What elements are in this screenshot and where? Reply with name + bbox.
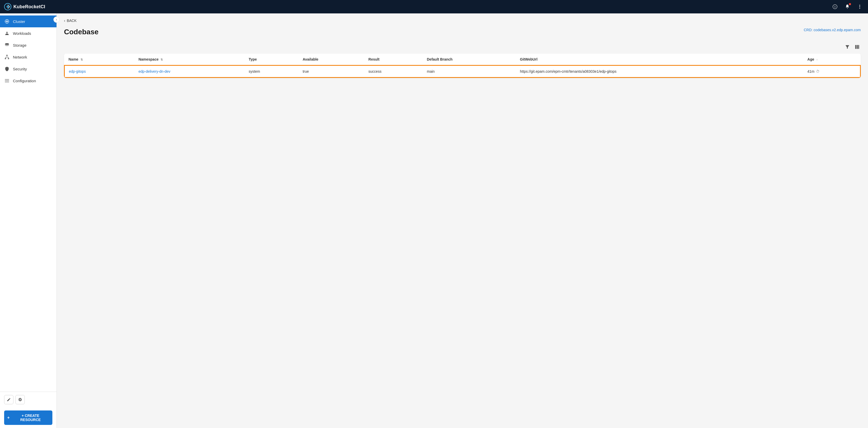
columns-icon bbox=[855, 44, 860, 50]
sidebar-footer bbox=[0, 392, 57, 407]
cell-default-branch: main bbox=[423, 65, 516, 77]
svg-point-10 bbox=[6, 32, 8, 33]
edit-button[interactable] bbox=[4, 395, 13, 404]
configuration-icon bbox=[4, 78, 10, 84]
table-header-row: Name ⇅ Namespace ⇅ Type Availa bbox=[64, 54, 861, 65]
navbar: KubeRocketCI i bbox=[0, 0, 868, 13]
navbar-title: KubeRocketCI bbox=[13, 4, 45, 9]
cell-gitweburl: https://git.epam.com/epm-cmtr/tenants/a0… bbox=[516, 65, 803, 77]
cell-type: system bbox=[245, 65, 299, 77]
svg-point-4 bbox=[859, 6, 860, 7]
col-age: Age ↑ bbox=[803, 54, 860, 65]
content-area: ‹ BACK Codebase CRD: codebases.v2.edp.ep… bbox=[57, 13, 868, 428]
create-resource-label: + CREATE RESOURCE bbox=[11, 414, 49, 422]
table-toolbar bbox=[64, 43, 861, 51]
crd-link[interactable]: CRD: codebases.v2.edp.epam.com bbox=[804, 28, 861, 32]
sort-namespace-icon[interactable]: ⇅ bbox=[160, 58, 163, 61]
page-header: Codebase CRD: codebases.v2.edp.epam.com bbox=[64, 28, 861, 36]
more-vert-icon bbox=[857, 4, 862, 9]
cluster-icon bbox=[4, 19, 10, 24]
table-container: Name ⇅ Namespace ⇅ Type Availa bbox=[64, 54, 861, 78]
col-default-branch: Default Branch bbox=[423, 54, 516, 65]
notifications-button[interactable] bbox=[843, 3, 851, 11]
svg-rect-14 bbox=[8, 58, 9, 59]
security-icon bbox=[4, 66, 10, 72]
svg-rect-13 bbox=[5, 58, 6, 59]
sidebar: ‹ Cluster bbox=[0, 13, 57, 428]
sidebar-item-label-network: Network bbox=[13, 55, 27, 59]
sort-name-icon[interactable]: ⇅ bbox=[81, 58, 83, 61]
sidebar-item-storage[interactable]: Storage bbox=[0, 39, 57, 51]
table-row: edp-gitopsedp-delivery-dn-devsystemtrues… bbox=[64, 65, 861, 77]
sidebar-item-configuration[interactable]: Configuration bbox=[0, 75, 57, 87]
svg-point-5 bbox=[859, 8, 860, 8]
logo-icon bbox=[4, 3, 11, 10]
age-clock-icon: ⏱ bbox=[816, 69, 819, 73]
sidebar-nav: Cluster Workloads bbox=[0, 13, 57, 392]
age-value: 41m bbox=[807, 69, 814, 73]
network-icon bbox=[4, 54, 10, 60]
back-chevron-icon: ‹ bbox=[64, 19, 65, 23]
notification-badge bbox=[849, 3, 851, 5]
svg-point-3 bbox=[859, 5, 860, 6]
sidebar-item-cluster[interactable]: Cluster bbox=[0, 15, 57, 27]
col-namespace: Namespace ⇅ bbox=[134, 54, 245, 65]
storage-icon bbox=[4, 42, 10, 48]
info-icon: i bbox=[832, 4, 838, 9]
filter-icon bbox=[845, 44, 850, 50]
cell-name[interactable]: edp-gitops bbox=[64, 65, 134, 77]
main-layout: ‹ Cluster bbox=[0, 13, 868, 428]
filter-button[interactable] bbox=[844, 43, 851, 51]
svg-rect-19 bbox=[855, 45, 857, 49]
cell-available: true bbox=[299, 65, 364, 77]
col-name: Name ⇅ bbox=[64, 54, 134, 65]
info-button[interactable]: i bbox=[831, 3, 839, 11]
cell-namespace[interactable]: edp-delivery-dn-dev bbox=[134, 65, 245, 77]
back-label: BACK bbox=[67, 19, 76, 23]
cell-result: success bbox=[364, 65, 423, 77]
sidebar-collapse-button[interactable]: ‹ bbox=[54, 17, 60, 23]
svg-rect-20 bbox=[857, 45, 858, 49]
back-link[interactable]: ‹ BACK bbox=[64, 19, 861, 23]
create-resource-button[interactable]: + + CREATE RESOURCE bbox=[4, 410, 52, 425]
svg-text:i: i bbox=[834, 5, 835, 8]
create-resource-plus-icon: + bbox=[7, 415, 9, 420]
gear-icon bbox=[18, 398, 22, 402]
col-gitweburl: GitWebUrl bbox=[516, 54, 803, 65]
col-type: Type bbox=[245, 54, 299, 65]
navbar-logo: KubeRocketCI bbox=[4, 3, 831, 10]
sidebar-item-label-cluster: Cluster bbox=[13, 19, 25, 24]
pencil-icon bbox=[7, 398, 11, 402]
sort-age-icon[interactable]: ↑ bbox=[816, 58, 818, 61]
svg-rect-21 bbox=[858, 45, 859, 49]
sidebar-item-network[interactable]: Network bbox=[0, 51, 57, 63]
sidebar-item-label-storage: Storage bbox=[13, 43, 27, 47]
navbar-actions: i bbox=[831, 3, 864, 11]
page-title: Codebase bbox=[64, 28, 99, 36]
codebase-table: Name ⇅ Namespace ⇅ Type Availa bbox=[64, 54, 861, 78]
sidebar-item-security[interactable]: Security bbox=[0, 63, 57, 75]
sidebar-item-label-workloads: Workloads bbox=[13, 31, 31, 36]
col-result: Result bbox=[364, 54, 423, 65]
sidebar-item-workloads[interactable]: Workloads bbox=[0, 27, 57, 39]
columns-button[interactable] bbox=[854, 43, 861, 51]
cell-age: 41m⏱ bbox=[803, 65, 860, 77]
col-available: Available bbox=[299, 54, 364, 65]
settings-button[interactable] bbox=[16, 395, 25, 404]
svg-rect-12 bbox=[6, 55, 8, 56]
sidebar-item-label-configuration: Configuration bbox=[13, 79, 36, 83]
workloads-icon bbox=[4, 30, 10, 36]
sidebar-item-label-security: Security bbox=[13, 67, 27, 71]
more-options-button[interactable] bbox=[856, 3, 864, 11]
